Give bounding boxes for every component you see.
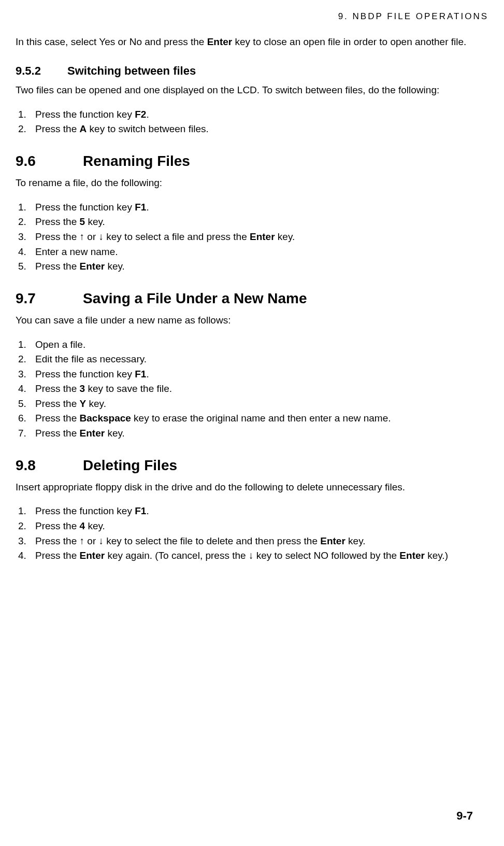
text: Press the — [35, 383, 80, 394]
text: key to close an open file in order to op… — [232, 36, 466, 47]
list-item: Press the ↑ or ↓ key to select a file an… — [29, 230, 488, 244]
key-f1: F1 — [135, 202, 146, 213]
text: . — [146, 369, 149, 379]
intro-paragraph: In this case, select Yes or No and press… — [16, 35, 488, 49]
list-item: Press the function key F1. — [29, 504, 488, 518]
text: Press the ↑ or ↓ key to select the file … — [35, 535, 320, 546]
key-enter: Enter — [250, 231, 275, 242]
text: . — [146, 109, 149, 120]
key-y: Y — [80, 398, 87, 409]
heading-9-8: 9.8Deleting Files — [16, 455, 488, 475]
text: Press the ↑ or ↓ key to select a file an… — [35, 231, 250, 242]
running-header: 9. NBDP FILE OPERATIONS — [16, 10, 488, 23]
heading-9-5-2: 9.5.2Switching between files — [16, 63, 488, 79]
text: Press the — [35, 216, 80, 227]
key-a: A — [80, 123, 87, 134]
heading-9-7: 9.7Saving a File Under a New Name — [16, 288, 488, 308]
list-item: Press the function key F1. — [29, 368, 488, 382]
key-f1: F1 — [135, 369, 146, 379]
text: Press the function key — [35, 109, 135, 120]
text: key. — [86, 398, 106, 409]
text: key. — [275, 231, 295, 242]
heading-number: 9.8 — [16, 455, 83, 475]
key-enter: Enter — [80, 261, 105, 272]
list-item: Press the Enter key. — [29, 260, 488, 274]
key-enter: Enter — [80, 428, 105, 439]
heading-number: 9.6 — [16, 151, 83, 171]
list-item: Press the 3 key to save the file. — [29, 382, 488, 396]
list-item: Press the Enter key. — [29, 427, 488, 441]
key-5: 5 — [80, 216, 85, 227]
list-item: Press the 4 key. — [29, 519, 488, 533]
text: Press the — [35, 428, 80, 439]
text: Press the — [35, 398, 80, 409]
key-enter: Enter — [207, 36, 233, 47]
key-f2: F2 — [135, 109, 146, 120]
list-item: Press the Y key. — [29, 397, 488, 411]
text: Press the — [35, 123, 80, 134]
text: key. — [345, 535, 366, 546]
text: Press the function key — [35, 202, 135, 213]
section-intro: You can save a file under a new name as … — [16, 314, 488, 328]
steps-list-96: Press the function key F1. Press the 5 k… — [16, 201, 488, 274]
text: Press the — [35, 550, 80, 561]
key-4: 4 — [80, 520, 85, 531]
section-intro: To rename a file, do the following: — [16, 176, 488, 190]
key-enter: Enter — [399, 550, 425, 561]
text: key to switch between files. — [87, 123, 209, 134]
section-intro: Two files can be opened and one displaye… — [16, 83, 488, 97]
list-item: Press the function key F2. — [29, 108, 488, 122]
steps-list-952: Press the function key F2. Press the A k… — [16, 108, 488, 136]
text: Press the function key — [35, 369, 135, 379]
steps-list-97: Open a file. Edit the file as necessary.… — [16, 338, 488, 441]
page-number: 9-7 — [456, 808, 473, 824]
text: key. — [105, 428, 125, 439]
text: key to save the file. — [85, 383, 172, 394]
heading-title: Switching between files — [67, 64, 196, 77]
text: . — [146, 505, 149, 516]
list-item: Press the A key to switch between files. — [29, 122, 488, 136]
list-item: Open a file. — [29, 338, 488, 352]
text: key again. (To cancel, press the ↓ key t… — [105, 550, 399, 561]
list-item: Press the function key F1. — [29, 201, 488, 215]
key-enter: Enter — [80, 550, 105, 561]
heading-number: 9.5.2 — [16, 63, 67, 79]
text: Press the — [35, 413, 80, 424]
text: Press the function key — [35, 505, 135, 516]
text: key. — [85, 216, 105, 227]
list-item: Edit the file as necessary. — [29, 353, 488, 366]
steps-list-98: Press the function key F1. Press the 4 k… — [16, 504, 488, 562]
text: key. — [105, 261, 125, 272]
heading-title: Deleting Files — [83, 457, 177, 473]
key-3: 3 — [80, 383, 85, 394]
text: . — [146, 202, 149, 213]
text: Press the — [35, 261, 80, 272]
key-f1: F1 — [135, 505, 146, 516]
key-enter: Enter — [320, 535, 345, 546]
heading-title: Saving a File Under a New Name — [83, 290, 307, 306]
list-item: Press the Enter key again. (To cancel, p… — [29, 549, 488, 563]
heading-9-6: 9.6Renaming Files — [16, 151, 488, 171]
text: key.) — [425, 550, 448, 561]
section-intro: Insert appropriate floppy disk in the dr… — [16, 481, 488, 495]
text: Press the — [35, 520, 80, 531]
key-backspace: Backspace — [80, 413, 131, 424]
list-item: Press the ↑ or ↓ key to select the file … — [29, 534, 488, 548]
text: In this case, select Yes or No and press… — [16, 36, 207, 47]
list-item: Press the 5 key. — [29, 215, 488, 229]
text: key to erase the original name and then … — [131, 413, 391, 424]
list-item: Enter a new name. — [29, 245, 488, 259]
heading-number: 9.7 — [16, 288, 83, 308]
text: key. — [85, 520, 105, 531]
list-item: Press the Backspace key to erase the ori… — [29, 412, 488, 426]
heading-title: Renaming Files — [83, 153, 190, 169]
